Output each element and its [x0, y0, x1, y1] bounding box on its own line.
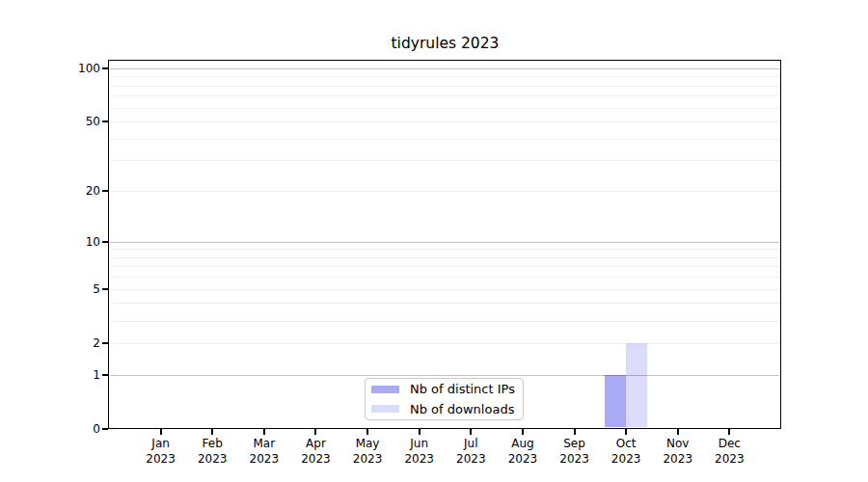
legend-item-distinct-ips: Nb of distinct IPs: [366, 381, 523, 398]
gridline-minor-8: [110, 257, 779, 258]
chart-figure: tidyrules 2023 0125102050100Jan 2023Feb …: [0, 0, 868, 482]
gridline-minor-7: [110, 266, 779, 267]
x-tick-label-jan: Jan 2023: [134, 436, 188, 467]
gridline-minor-2: [110, 343, 779, 344]
gridline-minor-40: [110, 139, 779, 140]
y-tick-label-1: 1: [39, 367, 100, 383]
gridline-minor-3: [110, 321, 779, 322]
chart-title: tidyrules 2023: [109, 35, 781, 52]
legend-label-distinct-ips: Nb of distinct IPs: [410, 382, 515, 396]
gridline-minor-50: [110, 121, 779, 122]
y-tick-50: [102, 120, 108, 122]
gridline-minor-90: [110, 76, 779, 77]
y-tick-label-10: 10: [39, 234, 100, 250]
y-tick-label-20: 20: [39, 183, 100, 199]
bar-nb-of-distinct-ips-oct: [605, 375, 626, 427]
y-tick-label-2: 2: [39, 335, 100, 351]
x-tick-may: [366, 429, 368, 435]
x-tick-label-jul: Jul 2023: [444, 436, 498, 467]
legend-swatch-downloads: [371, 405, 399, 413]
x-tick-label-sep: Sep 2023: [548, 436, 602, 467]
x-tick-label-may: May 2023: [340, 436, 394, 467]
legend-label-downloads: Nb of downloads: [410, 402, 514, 416]
gridline-minor-4: [110, 303, 779, 304]
plot-area: [108, 60, 781, 429]
x-tick-label-feb: Feb 2023: [185, 436, 239, 467]
x-tick-aug: [522, 429, 524, 435]
x-tick-feb: [211, 429, 213, 435]
x-tick-label-jun: Jun 2023: [393, 436, 447, 467]
gridline-minor-9: [110, 249, 779, 250]
y-tick-1: [102, 374, 108, 376]
y-tick-label-100: 100: [39, 61, 100, 76]
gridline-minor-70: [110, 95, 779, 96]
x-tick-jun: [419, 429, 420, 435]
gridline-minor-30: [110, 160, 779, 161]
gridline-minor-80: [110, 86, 779, 87]
x-tick-oct: [625, 429, 627, 435]
y-tick-label-0: 0: [39, 421, 100, 437]
x-tick-label-apr: Apr 2023: [288, 436, 342, 467]
gridline-minor-6: [110, 277, 779, 278]
y-tick-10: [102, 241, 108, 243]
x-tick-label-mar: Mar 2023: [237, 436, 291, 467]
y-tick-20: [102, 190, 108, 192]
x-tick-label-aug: Aug 2023: [496, 436, 550, 467]
y-tick-100: [102, 67, 108, 69]
x-tick-label-nov: Nov 2023: [651, 436, 705, 467]
gridline-minor-60: [110, 108, 779, 109]
x-tick-apr: [314, 429, 316, 435]
bar-nb-of-downloads-oct: [626, 343, 647, 427]
gridline-major-10: [110, 242, 779, 243]
gridline-major-100: [110, 68, 779, 69]
legend-item-downloads: Nb of downloads: [366, 401, 523, 418]
y-tick-5: [102, 288, 108, 290]
x-tick-dec: [728, 429, 730, 435]
x-tick-label-dec: Dec 2023: [702, 436, 756, 467]
gridline-minor-5: [110, 289, 779, 290]
gridline-minor-20: [110, 191, 779, 192]
y-tick-label-50: 50: [39, 114, 100, 129]
x-tick-jul: [470, 429, 472, 435]
x-tick-mar: [263, 429, 265, 435]
x-tick-sep: [574, 429, 576, 435]
y-tick-label-5: 5: [39, 281, 100, 297]
x-tick-nov: [677, 429, 679, 435]
legend-swatch-distinct-ips: [371, 386, 399, 393]
y-tick-2: [102, 342, 108, 344]
x-tick-jan: [160, 429, 162, 435]
x-tick-label-oct: Oct 2023: [599, 436, 653, 467]
gridline-major-1: [110, 375, 779, 376]
legend: Nb of distinct IPs Nb of downloads: [365, 378, 524, 420]
y-tick-0: [102, 428, 108, 430]
